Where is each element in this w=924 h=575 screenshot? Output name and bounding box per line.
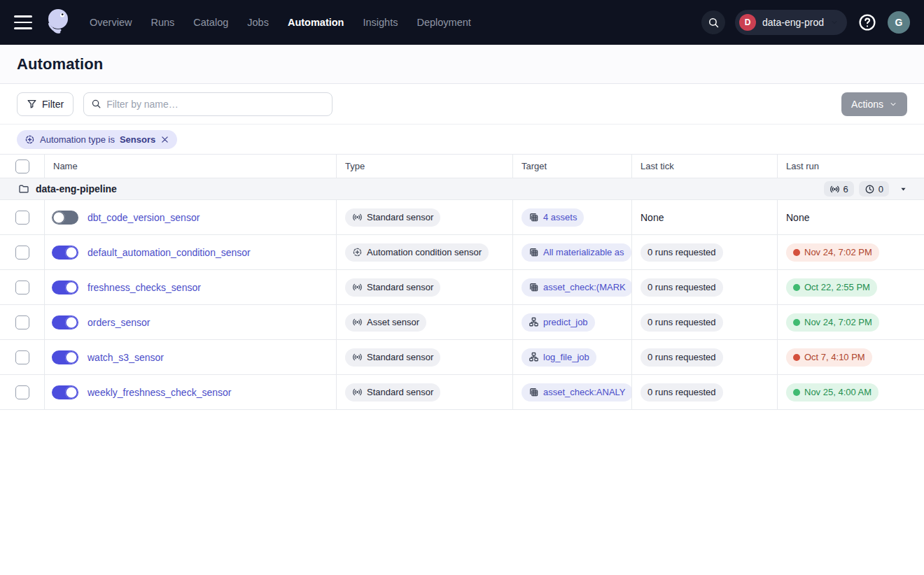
sensor-icon xyxy=(352,282,363,292)
search-button[interactable] xyxy=(701,10,725,34)
sensor-enabled-toggle[interactable] xyxy=(52,350,78,364)
run-status-dot-icon xyxy=(793,319,800,326)
column-header-last-tick: Last tick xyxy=(632,155,778,178)
table-header: Name Type Target Last tick Last run xyxy=(0,155,924,178)
asset-icon xyxy=(528,282,539,292)
nav-item-catalog[interactable]: Catalog xyxy=(193,17,228,28)
sensor-enabled-toggle[interactable] xyxy=(52,211,78,225)
run-status-dot-icon xyxy=(793,284,800,291)
workspace-name: data-eng-prod xyxy=(762,17,824,28)
filter-chip-value: Sensors xyxy=(120,134,155,145)
target-link-tag[interactable]: log_file_job xyxy=(522,348,596,367)
workspace-switcher[interactable]: D data-eng-prod xyxy=(735,10,847,35)
row-checkbox[interactable] xyxy=(15,211,29,225)
target-link-tag[interactable]: 4 assets xyxy=(522,208,584,227)
code-location-name: data-eng-pipeline xyxy=(36,183,117,194)
chevron-down-icon xyxy=(830,18,839,27)
dagster-logo-icon[interactable] xyxy=(43,6,74,39)
nav-item-insights[interactable]: Insights xyxy=(363,17,398,28)
sensor-enabled-toggle[interactable] xyxy=(52,385,78,399)
table-row: weekly_freshness_check_sensor Standard s… xyxy=(0,375,924,410)
sensor-name-link[interactable]: weekly_freshness_check_sensor xyxy=(88,387,231,398)
sensor-name-link[interactable]: freshness_checks_sensor xyxy=(88,282,201,293)
nav-item-runs[interactable]: Runs xyxy=(150,17,174,28)
sensor-icon xyxy=(352,212,363,222)
job-icon xyxy=(528,317,539,327)
last-run-status-tag[interactable]: Nov 25, 4:00 AM xyxy=(786,383,878,402)
sensor-enabled-toggle[interactable] xyxy=(52,246,78,260)
filter-chip-automation-type[interactable]: Automation type is Sensors xyxy=(17,130,177,149)
last-tick-tag: 0 runs requested xyxy=(640,348,723,367)
row-checkbox[interactable] xyxy=(15,350,29,364)
last-tick-value: None xyxy=(640,212,664,223)
column-header-target: Target xyxy=(513,155,632,178)
workspace-badge: D xyxy=(739,14,756,31)
target-link-tag[interactable]: asset_check:(MARK xyxy=(522,278,632,297)
row-checkbox[interactable] xyxy=(15,385,29,399)
search-icon xyxy=(708,17,720,29)
sensor-name-link[interactable]: default_automation_condition_sensor xyxy=(88,247,251,258)
primary-nav: Overview Runs Catalog Jobs Automation In… xyxy=(90,17,471,28)
title-bar: Automation xyxy=(0,45,924,84)
target-link-tag[interactable]: All materializable as xyxy=(522,243,631,262)
nav-item-jobs[interactable]: Jobs xyxy=(247,17,269,28)
last-run-status-tag[interactable]: Nov 24, 7:02 PM xyxy=(786,243,879,262)
last-run-status-tag[interactable]: Nov 24, 7:02 PM xyxy=(786,313,879,332)
actions-button[interactable]: Actions xyxy=(841,92,907,116)
sensor-name-link[interactable]: orders_sensor xyxy=(88,317,150,328)
funnel-icon xyxy=(27,99,37,109)
target-link-tag[interactable]: predict_job xyxy=(522,313,595,332)
asset-icon xyxy=(528,387,539,397)
code-location-group-row[interactable]: data-eng-pipeline 6 0 xyxy=(0,178,924,200)
sensor-name-link[interactable]: watch_s3_sensor xyxy=(88,352,164,363)
automation-type-icon xyxy=(24,134,35,145)
sensor-type-tag: Standard sensor xyxy=(345,348,440,367)
toolbar: Filter Actions xyxy=(0,84,924,125)
row-checkbox[interactable] xyxy=(15,315,29,329)
column-header-last-run: Last run xyxy=(778,155,924,178)
user-avatar[interactable]: G xyxy=(888,11,910,34)
sensor-name-link[interactable]: dbt_code_version_sensor xyxy=(88,212,200,223)
filter-button-label: Filter xyxy=(42,99,64,110)
automation-icon xyxy=(352,247,363,257)
last-tick-tag: 0 runs requested xyxy=(640,278,723,297)
name-filter-input[interactable] xyxy=(106,99,325,110)
help-button[interactable] xyxy=(857,12,878,33)
hamburger-menu-icon[interactable] xyxy=(14,15,32,29)
remove-filter-icon[interactable] xyxy=(160,135,169,144)
run-status-dot-icon xyxy=(793,354,800,361)
last-tick-tag: 0 runs requested xyxy=(640,243,723,262)
last-tick-tag: 0 runs requested xyxy=(640,313,723,332)
help-icon xyxy=(858,13,876,31)
nav-item-deployment[interactable]: Deployment xyxy=(416,17,470,28)
nav-item-automation[interactable]: Automation xyxy=(288,17,344,28)
last-run-status-tag[interactable]: Oct 22, 2:55 PM xyxy=(786,278,877,297)
asset-icon xyxy=(528,212,539,222)
clock-icon xyxy=(864,184,875,194)
table-row: freshness_checks_sensor Standard sensor … xyxy=(0,270,924,305)
row-checkbox[interactable] xyxy=(15,281,29,294)
select-all-checkbox[interactable] xyxy=(15,159,29,173)
actions-button-label: Actions xyxy=(851,99,883,110)
row-checkbox[interactable] xyxy=(15,246,29,260)
sensor-enabled-toggle[interactable] xyxy=(52,281,78,294)
collapse-group-icon[interactable] xyxy=(899,185,907,193)
name-filter-field[interactable] xyxy=(83,92,332,116)
sensor-enabled-toggle[interactable] xyxy=(52,315,78,329)
schedule-count-badge: 0 xyxy=(859,181,889,197)
last-tick-tag: 0 runs requested xyxy=(640,383,723,402)
top-navigation-bar: Overview Runs Catalog Jobs Automation In… xyxy=(0,0,924,45)
last-run-status-tag[interactable]: Oct 7, 4:10 PM xyxy=(786,348,872,367)
table-row: watch_s3_sensor Standard sensor log_file… xyxy=(0,340,924,375)
page-title: Automation xyxy=(17,55,103,73)
run-status-dot-icon xyxy=(793,249,800,256)
filter-chip-prefix: Automation type is xyxy=(40,134,115,145)
target-link-tag[interactable]: asset_check:ANALY xyxy=(522,383,632,402)
job-icon xyxy=(528,352,539,362)
sensor-icon xyxy=(352,387,363,397)
sensor-icon xyxy=(352,352,363,362)
sensor-type-tag: Automation condition sensor xyxy=(345,243,489,262)
chevron-down-icon xyxy=(889,100,897,108)
nav-item-overview[interactable]: Overview xyxy=(90,17,132,28)
filter-button[interactable]: Filter xyxy=(17,92,74,116)
